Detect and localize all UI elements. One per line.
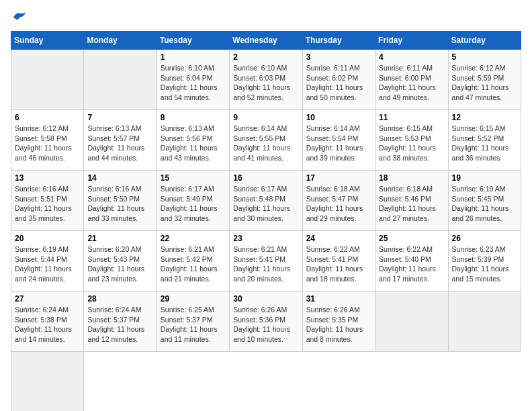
- day-info: Sunrise: 6:10 AMSunset: 6:03 PMDaylight:…: [233, 63, 298, 103]
- day-info: Sunrise: 6:12 AMSunset: 5:59 PMDaylight:…: [452, 63, 517, 103]
- calendar-cell: 4Sunrise: 6:11 AMSunset: 6:00 PMDaylight…: [375, 50, 448, 110]
- calendar-cell: 7Sunrise: 6:13 AMSunset: 5:57 PMDaylight…: [84, 110, 157, 171]
- day-info: Sunrise: 6:26 AMSunset: 5:36 PMDaylight:…: [233, 305, 298, 345]
- day-info: Sunrise: 6:11 AMSunset: 6:02 PMDaylight:…: [306, 63, 371, 103]
- weekday-header-sunday: Sunday: [11, 32, 84, 50]
- day-info: Sunrise: 6:24 AMSunset: 5:37 PMDaylight:…: [87, 305, 152, 345]
- day-info: Sunrise: 6:11 AMSunset: 6:00 PMDaylight:…: [379, 63, 444, 103]
- calendar-cell: 16Sunrise: 6:17 AMSunset: 5:48 PMDayligh…: [230, 171, 302, 231]
- weekday-header-monday: Monday: [84, 32, 157, 50]
- day-info: Sunrise: 6:19 AMSunset: 5:44 PMDaylight:…: [15, 244, 80, 284]
- calendar-cell: [375, 291, 448, 352]
- day-info: Sunrise: 6:14 AMSunset: 5:54 PMDaylight:…: [306, 124, 371, 163]
- day-info: Sunrise: 6:24 AMSunset: 5:38 PMDaylight:…: [15, 305, 80, 345]
- day-number: 28: [87, 294, 152, 304]
- day-info: Sunrise: 6:17 AMSunset: 5:49 PMDaylight:…: [161, 184, 226, 224]
- day-number: 7: [87, 113, 152, 122]
- calendar-cell: 29Sunrise: 6:25 AMSunset: 5:37 PMDayligh…: [157, 291, 229, 352]
- day-number: 2: [233, 52, 298, 62]
- calendar-cell: 20Sunrise: 6:19 AMSunset: 5:44 PMDayligh…: [11, 231, 84, 291]
- weekday-header-wednesday: Wednesday: [230, 32, 302, 50]
- logo-bird-icon: [12, 11, 27, 23]
- calendar-cell: 30Sunrise: 6:26 AMSunset: 5:36 PMDayligh…: [230, 291, 302, 352]
- calendar-cell: 18Sunrise: 6:18 AMSunset: 5:46 PMDayligh…: [375, 171, 448, 231]
- calendar-cell: 26Sunrise: 6:23 AMSunset: 5:39 PMDayligh…: [448, 231, 521, 291]
- day-number: 18: [379, 173, 444, 183]
- day-info: Sunrise: 6:15 AMSunset: 5:53 PMDaylight:…: [379, 124, 444, 163]
- logo: [11, 11, 27, 26]
- day-number: 29: [161, 294, 226, 304]
- calendar-cell: 31Sunrise: 6:26 AMSunset: 5:35 PMDayligh…: [302, 291, 375, 352]
- calendar-cell: 22Sunrise: 6:21 AMSunset: 5:42 PMDayligh…: [157, 231, 229, 291]
- day-number: 11: [379, 113, 444, 122]
- day-info: Sunrise: 6:22 AMSunset: 5:41 PMDaylight:…: [306, 244, 371, 284]
- day-number: 31: [306, 294, 371, 304]
- day-info: Sunrise: 6:13 AMSunset: 5:56 PMDaylight:…: [161, 124, 226, 163]
- calendar-cell: 14Sunrise: 6:16 AMSunset: 5:50 PMDayligh…: [84, 171, 157, 231]
- day-number: 9: [233, 113, 298, 122]
- calendar-cell: 13Sunrise: 6:16 AMSunset: 5:51 PMDayligh…: [11, 171, 84, 231]
- calendar-cell: 9Sunrise: 6:14 AMSunset: 5:55 PMDaylight…: [230, 110, 302, 171]
- calendar-cell: 25Sunrise: 6:22 AMSunset: 5:40 PMDayligh…: [375, 231, 448, 291]
- day-number: 21: [87, 234, 152, 243]
- calendar-cell: 8Sunrise: 6:13 AMSunset: 5:56 PMDaylight…: [157, 110, 229, 171]
- calendar-cell: 11Sunrise: 6:15 AMSunset: 5:53 PMDayligh…: [375, 110, 448, 171]
- day-info: Sunrise: 6:20 AMSunset: 5:43 PMDaylight:…: [87, 244, 152, 284]
- day-info: Sunrise: 6:18 AMSunset: 5:46 PMDaylight:…: [379, 184, 444, 224]
- day-number: 6: [15, 113, 80, 122]
- calendar-row: 6Sunrise: 6:12 AMSunset: 5:58 PMDaylight…: [11, 110, 521, 171]
- calendar-table: SundayMondayTuesdayWednesdayThursdayFrid…: [11, 31, 521, 411]
- day-number: 26: [452, 234, 517, 243]
- day-info: Sunrise: 6:16 AMSunset: 5:50 PMDaylight:…: [87, 184, 152, 224]
- calendar-cell: 10Sunrise: 6:14 AMSunset: 5:54 PMDayligh…: [302, 110, 375, 171]
- calendar-cell: [11, 352, 84, 412]
- day-info: Sunrise: 6:26 AMSunset: 5:35 PMDaylight:…: [306, 305, 371, 345]
- day-info: Sunrise: 6:19 AMSunset: 5:45 PMDaylight:…: [452, 184, 517, 224]
- calendar-cell: 19Sunrise: 6:19 AMSunset: 5:45 PMDayligh…: [448, 171, 521, 231]
- day-number: 20: [15, 234, 80, 243]
- calendar-row: 27Sunrise: 6:24 AMSunset: 5:38 PMDayligh…: [11, 291, 521, 352]
- day-number: 14: [87, 173, 152, 183]
- day-info: Sunrise: 6:14 AMSunset: 5:55 PMDaylight:…: [233, 124, 298, 163]
- day-number: 30: [233, 294, 298, 304]
- day-number: 15: [161, 173, 226, 183]
- day-number: 8: [161, 113, 226, 122]
- day-info: Sunrise: 6:21 AMSunset: 5:41 PMDaylight:…: [233, 244, 298, 284]
- day-number: 10: [306, 113, 371, 122]
- day-number: 17: [306, 173, 371, 183]
- day-info: Sunrise: 6:18 AMSunset: 5:47 PMDaylight:…: [306, 184, 371, 224]
- day-info: Sunrise: 6:13 AMSunset: 5:57 PMDaylight:…: [87, 124, 152, 163]
- calendar-cell: 15Sunrise: 6:17 AMSunset: 5:49 PMDayligh…: [157, 171, 229, 231]
- day-number: 22: [161, 234, 226, 243]
- calendar-cell: [84, 50, 157, 110]
- day-number: 4: [379, 52, 444, 62]
- calendar-cell: 23Sunrise: 6:21 AMSunset: 5:41 PMDayligh…: [230, 231, 302, 291]
- weekday-header-tuesday: Tuesday: [157, 32, 229, 50]
- day-info: Sunrise: 6:12 AMSunset: 5:58 PMDaylight:…: [15, 124, 80, 163]
- day-info: Sunrise: 6:23 AMSunset: 5:39 PMDaylight:…: [452, 244, 517, 284]
- day-info: Sunrise: 6:10 AMSunset: 6:04 PMDaylight:…: [161, 63, 226, 103]
- weekday-header-friday: Friday: [375, 32, 448, 50]
- calendar-cell: 27Sunrise: 6:24 AMSunset: 5:38 PMDayligh…: [11, 291, 84, 352]
- day-number: 13: [15, 173, 80, 183]
- calendar-cell: 28Sunrise: 6:24 AMSunset: 5:37 PMDayligh…: [84, 291, 157, 352]
- calendar-cell: 2Sunrise: 6:10 AMSunset: 6:03 PMDaylight…: [230, 50, 302, 110]
- calendar-row: 20Sunrise: 6:19 AMSunset: 5:44 PMDayligh…: [11, 231, 521, 291]
- day-number: 23: [233, 234, 298, 243]
- day-number: 27: [15, 294, 80, 304]
- calendar-row: [11, 352, 521, 412]
- day-number: 5: [452, 52, 517, 62]
- calendar-row: 13Sunrise: 6:16 AMSunset: 5:51 PMDayligh…: [11, 171, 521, 231]
- weekday-header-row: SundayMondayTuesdayWednesdayThursdayFrid…: [11, 32, 521, 50]
- calendar-cell: [11, 50, 84, 110]
- calendar-cell: 24Sunrise: 6:22 AMSunset: 5:41 PMDayligh…: [302, 231, 375, 291]
- day-number: 1: [161, 52, 226, 62]
- day-info: Sunrise: 6:22 AMSunset: 5:40 PMDaylight:…: [379, 244, 444, 284]
- day-number: 25: [379, 234, 444, 243]
- calendar-cell: 5Sunrise: 6:12 AMSunset: 5:59 PMDaylight…: [448, 50, 521, 110]
- calendar-cell: [448, 291, 521, 352]
- day-number: 16: [233, 173, 298, 183]
- day-number: 12: [452, 113, 517, 122]
- day-info: Sunrise: 6:21 AMSunset: 5:42 PMDaylight:…: [161, 244, 226, 284]
- day-info: Sunrise: 6:15 AMSunset: 5:52 PMDaylight:…: [452, 124, 517, 163]
